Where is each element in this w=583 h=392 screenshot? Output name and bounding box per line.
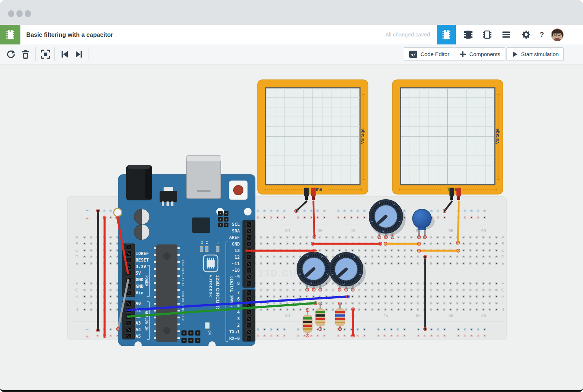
window-dot-3[interactable] [25, 10, 31, 17]
start-simulation-label: Start simulation [521, 51, 559, 57]
svg-text:F: F [75, 281, 78, 286]
step-forward-icon[interactable] [74, 49, 84, 59]
svg-text:30: 30 [285, 228, 290, 233]
svg-text:TX→1: TX→1 [229, 329, 240, 334]
user-avatar[interactable] [551, 28, 564, 41]
svg-text:~11: ~11 [232, 261, 240, 266]
svg-text:Voltage: Voltage [495, 128, 500, 144]
svg-text:C: C [75, 248, 78, 252]
svg-text:6: 6 [237, 297, 240, 302]
svg-text:A: A [75, 235, 78, 239]
zoom-to-fit-icon[interactable] [40, 49, 51, 59]
code-icon: </ [409, 50, 418, 58]
svg-text:A: A [501, 235, 504, 239]
window-dot-2[interactable] [16, 10, 23, 17]
app-window: Basic filtering with a capacitor All cha… [0, 0, 583, 392]
gear-icon [521, 29, 532, 40]
toolbar-divider [89, 47, 89, 61]
toolbar-divider [54, 47, 55, 61]
svg-text:A3: A3 [136, 321, 141, 326]
circuit-canvas[interactable]: 123D.CIRCUITS−+−+AABBCCDDEEFFGGHHIIJJ303… [0, 64, 583, 390]
svg-text:E: E [501, 261, 504, 266]
svg-text:60: 60 [481, 228, 486, 233]
pcb-view-button[interactable] [478, 25, 497, 44]
breadboard-view-button[interactable] [437, 25, 456, 44]
svg-text:2: 2 [237, 323, 240, 328]
svg-text:−: − [86, 207, 89, 213]
svg-text:60: 60 [481, 313, 486, 318]
schematic-view-icon [463, 29, 474, 40]
components-label: Components [469, 51, 500, 57]
app-logo[interactable] [0, 25, 20, 44]
svg-text:B: B [501, 242, 504, 246]
svg-text:SDA: SDA [232, 228, 240, 234]
svg-text:IOREF: IOREF [136, 251, 149, 256]
plus-icon [459, 51, 466, 58]
breadboard-view-icon [442, 29, 451, 40]
svg-text:+: + [86, 215, 89, 221]
svg-text:RESET: RESET [136, 258, 149, 263]
svg-text:ANALOG IN: ANALOG IN [145, 311, 149, 330]
circuit-svg[interactable]: 123D.CIRCUITS−+−+AABBCCDDEEFFGGHHIIJJ303… [0, 64, 583, 390]
svg-text:1: 1 [216, 242, 219, 244]
svg-text:3: 3 [237, 316, 240, 321]
svg-text:D: D [501, 255, 504, 259]
svg-text:−: − [86, 326, 89, 333]
list-view-icon [501, 30, 511, 40]
svg-text:55: 55 [449, 228, 453, 233]
save-status: All changed saved [335, 25, 430, 44]
pcb-view-icon [482, 29, 493, 40]
svg-text:AUTODESK: AUTODESK [209, 275, 212, 297]
start-simulation-button[interactable]: Start simulation [506, 47, 564, 61]
header-divider [535, 29, 535, 40]
svg-text:AREF: AREF [229, 235, 240, 240]
svg-text:7: 7 [237, 290, 240, 295]
svg-text:H: H [75, 294, 78, 299]
settings-button[interactable] [517, 25, 536, 44]
svg-text:J: J [502, 307, 504, 312]
svg-text:G: G [501, 288, 505, 292]
list-view-button[interactable] [497, 25, 516, 44]
svg-text:I: I [502, 301, 503, 305]
window-dot-1[interactable] [8, 10, 14, 17]
svg-text:8: 8 [237, 281, 240, 286]
svg-text:55: 55 [449, 313, 453, 318]
delete-icon[interactable] [20, 49, 31, 59]
code-editor-label: Code Editor [420, 51, 449, 57]
svg-text:RX←0: RX←0 [229, 336, 240, 341]
svg-text:4: 4 [237, 310, 240, 315]
help-button[interactable]: ? [536, 25, 547, 44]
svg-text:5V: 5V [136, 271, 141, 276]
svg-text:A5: A5 [136, 334, 141, 339]
svg-text:C: C [501, 248, 504, 252]
components-button[interactable]: Components [454, 47, 505, 61]
play-icon [512, 51, 518, 58]
svg-text:D: D [75, 255, 78, 259]
svg-text:~10: ~10 [232, 268, 240, 273]
svg-text:F: F [501, 281, 504, 286]
svg-text:50: 50 [416, 313, 420, 318]
svg-text:+: + [86, 333, 89, 340]
schematic-view-button[interactable] [459, 25, 478, 44]
chip-icon [5, 28, 16, 41]
project-title[interactable]: Basic filtering with a capacitor [26, 25, 113, 44]
svg-text:J: J [76, 307, 78, 312]
rotate-icon[interactable] [6, 49, 16, 59]
svg-text:POWER: POWER [145, 275, 149, 287]
oscilloscope-1[interactable]: TimeVoltage [258, 80, 368, 194]
svg-text:3.3V: 3.3V [136, 264, 146, 269]
svg-text:GND: GND [232, 242, 240, 247]
svg-text:40: 40 [351, 228, 355, 233]
svg-text:</: </ [411, 52, 416, 57]
svg-text:GND: GND [136, 284, 144, 289]
header-divider [516, 29, 516, 40]
toolbar-divider [35, 47, 36, 61]
svg-text:TX: TX [200, 241, 203, 244]
arduino-uno-board[interactable]: TXRX1AUTODESK123D CIRCUITS123d.circuits.… [114, 156, 255, 349]
code-editor-button[interactable]: </ Code Editor [404, 47, 454, 61]
step-back-icon[interactable] [59, 49, 70, 59]
svg-text:13: 13 [235, 248, 240, 253]
svg-text:GND: GND [136, 277, 144, 282]
oscilloscope-2[interactable]: TimeVoltage [392, 80, 503, 194]
svg-text:~9: ~9 [235, 274, 240, 279]
